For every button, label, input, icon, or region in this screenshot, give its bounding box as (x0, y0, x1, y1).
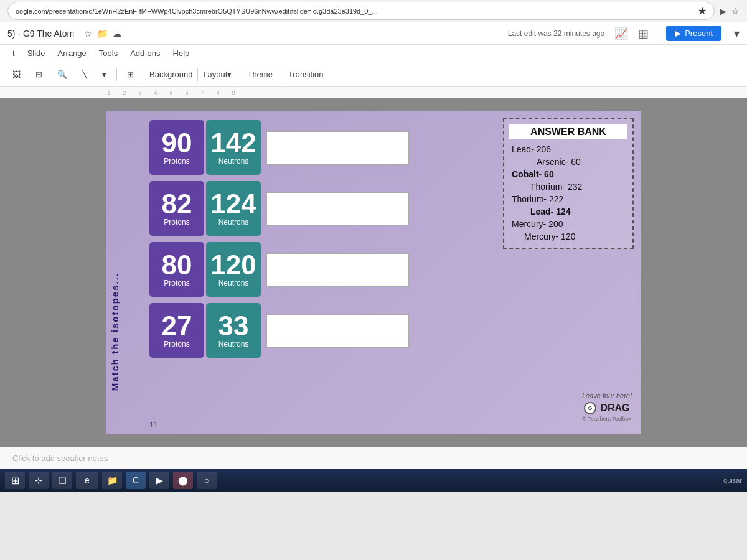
answer-input-1[interactable] (266, 131, 409, 165)
answer-input-2[interactable] (266, 192, 409, 226)
speaker-notes[interactable]: Click to add speaker notes (12, 454, 108, 463)
media-taskbar-btn[interactable]: ▶ (149, 472, 169, 489)
edge-btn[interactable]: e (76, 472, 98, 489)
menu-item-addons[interactable]: Add-ons (125, 47, 165, 59)
menu-item-tools[interactable]: Tools (94, 47, 123, 59)
url-bar[interactable]: oogle.com/presentation/d/1eWnH2zEnF-fMFW… (7, 2, 715, 20)
answer-item-5: Thorium- 222 (509, 193, 627, 205)
bookmark-icon-btn[interactable]: ☆ (731, 6, 740, 16)
neutrons-label-2: Neutrons (218, 218, 249, 226)
protons-box-2: 82 Protons (149, 181, 204, 236)
toolbar-plus-btn[interactable]: ⊞ (122, 67, 139, 82)
slide-number: 11 (149, 421, 157, 429)
answer-item-6: Lead- 124 (528, 205, 627, 218)
protons-value-2: 82 (162, 190, 192, 218)
background-label[interactable]: Background (149, 70, 192, 79)
task-view-btn[interactable]: ❑ (52, 472, 72, 489)
neutrons-box-2: 124 Neutrons (206, 181, 261, 236)
drag-label: DRAG (600, 403, 629, 414)
menu-item-t[interactable]: t (7, 47, 20, 59)
menu-item-slide[interactable]: Slide (22, 47, 50, 59)
neutrons-value-1: 142 (210, 129, 256, 157)
protons-value-1: 90 (162, 129, 192, 157)
app-title: 5) - G9 The Atom (7, 29, 74, 39)
neutrons-label-4: Neutrons (218, 340, 249, 348)
answer-item-3: Cobalt- 60 (509, 168, 627, 180)
present-icon-btn[interactable]: ▶ (720, 6, 726, 16)
neutrons-box-4: 33 Neutrons (206, 303, 261, 358)
answer-item-7: Mercury- 200 (509, 218, 627, 230)
last-edit-text: Last edit was 22 minutes ago (508, 29, 604, 38)
windows-btn[interactable]: ⊞ (5, 472, 25, 489)
dropdown-arrow[interactable]: ▾ (734, 27, 740, 40)
star-btn[interactable]: ☆ (84, 29, 92, 39)
url-text: oogle.com/presentation/d/1eWnH2zEnF-fMFW… (16, 7, 378, 15)
account-icon[interactable]: 📈 (614, 27, 628, 40)
theme-label[interactable]: Theme (242, 67, 277, 82)
transition-label[interactable]: Transition (288, 70, 324, 79)
toolbar-search-btn[interactable]: 🔍 (52, 67, 72, 82)
folder-btn[interactable]: 📁 (97, 29, 108, 39)
isotope-row-2: 82 Protons 124 Neutrons (149, 181, 461, 236)
search-taskbar-btn[interactable]: ⊹ (29, 472, 49, 489)
separator-5 (283, 68, 283, 81)
answer-input-4[interactable] (266, 314, 409, 348)
neutrons-box-3: 120 Neutrons (206, 242, 261, 297)
protons-box-3: 80 Protons (149, 242, 204, 297)
answer-input-3[interactable] (266, 253, 409, 287)
answer-bank-title: ANSWER BANK (509, 124, 627, 139)
drag-area[interactable]: Leave four here! ⊙ DRAG ® Teachers Toolb… (582, 392, 632, 422)
browser-taskbar-btn[interactable]: C (126, 472, 146, 489)
neutrons-value-2: 124 (210, 190, 256, 218)
neutrons-value-3: 120 (210, 251, 256, 279)
toolbar-format-btn[interactable]: 🖼 (7, 67, 26, 82)
menu-item-arrange[interactable]: Arrange (53, 47, 92, 59)
drag-row: ⊙ DRAG (584, 402, 629, 414)
answer-item-1: Lead- 206 (509, 143, 627, 156)
protons-box-1: 90 Protons (149, 120, 204, 175)
browser-bar: oogle.com/presentation/d/1eWnH2zEnF-fMFW… (0, 0, 747, 22)
separator-2 (144, 68, 144, 81)
trademark-label: ® Teachers Toolbox (583, 416, 632, 422)
drag-circle-icon: ⊙ (584, 402, 596, 414)
neutrons-label-3: Neutrons (218, 279, 249, 287)
protons-value-3: 80 (162, 251, 192, 279)
protons-label-1: Protons (164, 157, 189, 166)
neutrons-value-4: 33 (218, 312, 249, 340)
isotope-row-1: 90 Protons 142 Neutrons (149, 120, 461, 175)
present-label: Present (685, 29, 713, 38)
protons-label-4: Protons (164, 340, 189, 348)
toolbar-grid-btn[interactable]: ⊞ (31, 67, 47, 82)
vertical-label: Match the isotopes... (110, 273, 120, 391)
separator-4 (237, 68, 237, 81)
isotopes-area: 90 Protons 142 Neutrons 82 Protons 124 N… (149, 120, 461, 364)
answer-bank: ANSWER BANK Lead- 206 Arsenic- 60 Cobalt… (503, 118, 634, 249)
protons-value-4: 27 (162, 312, 192, 340)
menu-item-help[interactable]: Help (168, 47, 195, 59)
toolbar-minus-btn[interactable]: ▾ (97, 67, 111, 82)
layout-label[interactable]: Layout▾ (203, 70, 232, 79)
answer-item-4: Thorium- 232 (528, 180, 627, 193)
isotope-row-4: 27 Protons 33 Neutrons (149, 303, 461, 358)
grid-icon[interactable]: ▦ (638, 27, 649, 40)
separator-3 (197, 68, 198, 81)
present-button[interactable]: ▶ Present (666, 26, 721, 41)
notes-bar[interactable]: Click to add speaker notes (0, 447, 747, 469)
slide-canvas[interactable]: Match the isotopes... 90 Protons 142 Neu… (106, 111, 641, 434)
dell-btn[interactable]: ⬤ (173, 472, 193, 489)
ruler-marks: 1 2 3 4 5 6 7 8 9 (100, 90, 235, 96)
protons-label-2: Protons (164, 218, 189, 226)
leave-four-label: Leave four here! (582, 392, 632, 399)
title-icons: ☆ 📁 ☁ (84, 29, 121, 39)
taskbar: ⊞ ⊹ ❑ e 📁 C ▶ ⬤ ○ quisar (0, 469, 747, 492)
toolbar-draw-btn[interactable]: ╲ (77, 67, 92, 82)
circle-btn[interactable]: ○ (197, 472, 217, 489)
folder-taskbar-btn[interactable]: 📁 (102, 472, 122, 489)
star-icon[interactable]: ★ (698, 5, 707, 17)
answer-item-2: Arsenic- 60 (534, 156, 627, 168)
neutrons-label-1: Neutrons (218, 157, 249, 166)
answer-item-8: Mercury- 120 (522, 230, 627, 243)
cloud-btn[interactable]: ☁ (113, 29, 121, 39)
ruler: 1 2 3 4 5 6 7 8 9 (0, 87, 747, 98)
app-title-bar: 5) - G9 The Atom ☆ 📁 ☁ Last edit was 22 … (0, 22, 747, 45)
